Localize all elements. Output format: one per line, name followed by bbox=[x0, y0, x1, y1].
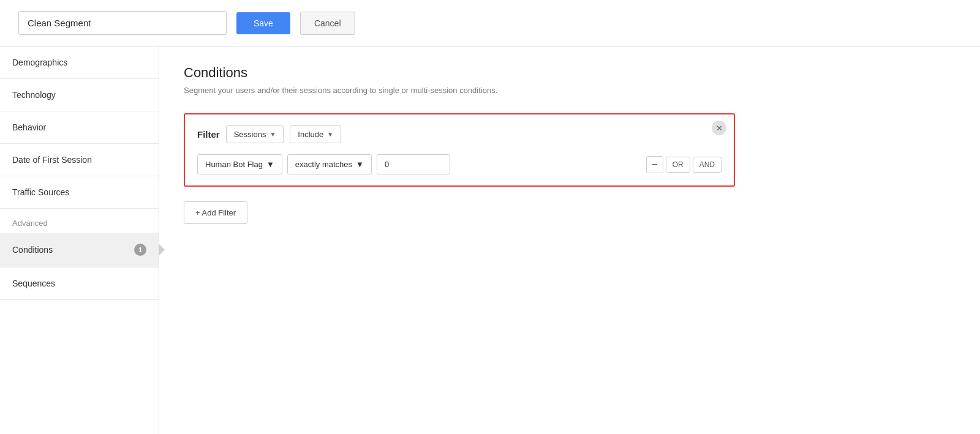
filter-row: Human Bot Flag ▼ exactly matches ▼ − OR … bbox=[197, 154, 722, 174]
save-button[interactable]: Save bbox=[236, 12, 290, 34]
remove-condition-button[interactable]: − bbox=[646, 156, 663, 173]
filter-box: ✕ Filter Sessions ▼ Include ▼ Human Bot … bbox=[184, 113, 735, 187]
sidebar-item-label: Conditions bbox=[12, 245, 53, 255]
filter-label: Filter bbox=[197, 129, 220, 140]
exactly-matches-caret-icon: ▼ bbox=[356, 160, 364, 169]
sidebar-item-demographics[interactable]: Demographics bbox=[0, 47, 159, 79]
sidebar-item-sequences[interactable]: Sequences bbox=[0, 268, 159, 300]
close-icon: ✕ bbox=[716, 124, 723, 133]
include-caret-icon: ▼ bbox=[327, 131, 333, 138]
human-bot-flag-dropdown[interactable]: Human Bot Flag ▼ bbox=[197, 154, 282, 174]
sidebar-item-conditions[interactable]: Conditions 1 bbox=[0, 233, 159, 268]
filter-close-button[interactable]: ✕ bbox=[712, 121, 726, 135]
conditions-subtitle: Segment your users and/or their sessions… bbox=[184, 86, 956, 95]
minus-icon: − bbox=[652, 159, 657, 170]
sidebar-item-date-of-first-session[interactable]: Date of First Session bbox=[0, 144, 159, 176]
sidebar-item-label: Behavior bbox=[12, 122, 46, 132]
conditions-badge: 1 bbox=[134, 244, 146, 256]
or-button[interactable]: OR bbox=[666, 157, 690, 173]
filter-header: Filter Sessions ▼ Include ▼ bbox=[197, 125, 722, 143]
sidebar-item-behavior[interactable]: Behavior bbox=[0, 111, 159, 144]
add-filter-button[interactable]: + Add Filter bbox=[184, 201, 247, 224]
include-label: Include bbox=[298, 130, 323, 139]
content-area: Conditions Segment your users and/or the… bbox=[159, 47, 980, 434]
advanced-section-label: Advanced bbox=[0, 209, 159, 233]
exactly-matches-dropdown[interactable]: exactly matches ▼ bbox=[287, 154, 372, 174]
sidebar-item-label: Traffic Sources bbox=[12, 187, 69, 197]
top-bar: Save Cancel bbox=[0, 0, 980, 47]
sidebar-item-traffic-sources[interactable]: Traffic Sources bbox=[0, 176, 159, 209]
sidebar-item-label: Technology bbox=[12, 90, 56, 100]
sessions-label: Sessions bbox=[234, 130, 266, 139]
sidebar-item-label: Sequences bbox=[12, 279, 55, 288]
main-layout: Demographics Technology Behavior Date of… bbox=[0, 47, 980, 434]
human-bot-flag-label: Human Bot Flag bbox=[205, 160, 263, 169]
filter-ops: − OR AND bbox=[646, 156, 722, 173]
sidebar-item-label: Demographics bbox=[12, 58, 67, 67]
segment-name-input[interactable] bbox=[18, 11, 227, 35]
sidebar: Demographics Technology Behavior Date of… bbox=[0, 47, 159, 434]
include-dropdown[interactable]: Include ▼ bbox=[290, 125, 341, 143]
human-bot-flag-caret-icon: ▼ bbox=[266, 160, 274, 169]
and-button[interactable]: AND bbox=[693, 157, 722, 173]
sessions-dropdown[interactable]: Sessions ▼ bbox=[226, 125, 284, 143]
sidebar-item-label: Date of First Session bbox=[12, 155, 92, 165]
sessions-caret-icon: ▼ bbox=[270, 131, 276, 138]
filter-value-input[interactable] bbox=[377, 154, 450, 174]
cancel-button[interactable]: Cancel bbox=[300, 12, 355, 35]
exactly-matches-label: exactly matches bbox=[295, 160, 352, 169]
sidebar-item-technology[interactable]: Technology bbox=[0, 79, 159, 111]
conditions-title: Conditions bbox=[184, 65, 956, 81]
